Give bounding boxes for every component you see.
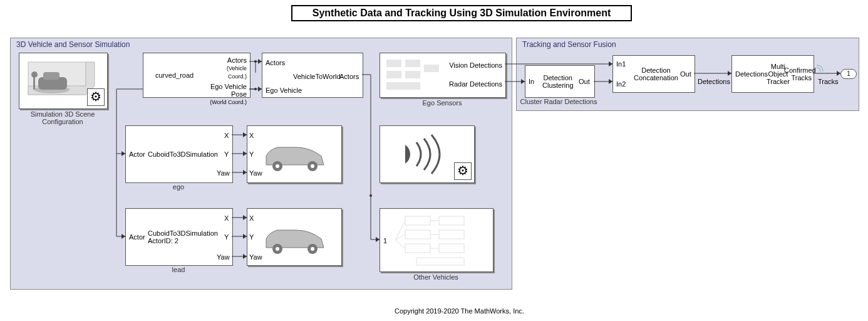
block-ego-sensors[interactable] [380,53,506,98]
v1-i1: X [249,132,254,139]
tracker-in: Detections [735,70,768,78]
subsystem-thumb-icon [380,209,493,271]
sensors-thumb-icon [380,53,449,97]
diagram-canvas: Synthetic Data and Tracking Using 3D Sim… [0,0,868,321]
copyright-text: Copyright 2019-2020 The MathWorks, Inc. [395,307,524,315]
svg-rect-27 [416,258,464,265]
other-in: 1 [383,237,387,245]
v2w-in-actors: Actors [266,59,285,66]
svg-rect-18 [405,71,420,78]
outport-tracks[interactable]: 1 [840,69,857,79]
lead-name: CuboidTo3DSimulationActorID: 2 [148,229,218,245]
svg-rect-23 [405,230,430,239]
v2-i2: Y [249,233,254,241]
port-ego-pose-out: Ego Vehicle Pose(World Coord.) [194,83,247,106]
svg-rect-3 [38,77,67,90]
svg-rect-16 [405,60,420,67]
svg-rect-22 [439,216,464,225]
ego-in: Actor [129,150,145,158]
v2-i3: Yaw [249,253,262,261]
concat-i1: In1 [616,60,626,68]
svg-rect-20 [386,82,420,90]
sub-label-right: Tracking and Sensor Fusion [522,40,616,49]
svg-point-11 [272,244,282,254]
lead-in: Actor [129,233,145,241]
cluster-name: Detection Clustering [542,74,574,89]
lead-o2: Y [224,233,229,241]
concat-out: Out [680,70,691,78]
sens-o2: Radar Detections [448,80,502,88]
v1-i3: Yaw [249,169,262,177]
diagram-title: Synthetic Data and Tracking Using 3D Sim… [291,5,632,21]
gear-icon: ⚙ [454,162,472,180]
lead-o1: X [224,214,229,222]
svg-point-8 [307,161,318,171]
svg-marker-1 [28,62,95,95]
svg-line-31 [395,221,405,240]
v2w-out: Actors [339,73,359,80]
concat-i2: In2 [616,80,626,88]
sub-label-left: 3D Vehicle and Sensor Simulation [16,40,130,49]
concat-name: Detection Concatenation [634,66,678,82]
v2-i1: X [249,214,254,222]
ego-o2: Y [224,150,229,158]
svg-rect-21 [405,216,430,225]
block-scene-config[interactable]: ⚙ [19,53,108,109]
svg-rect-15 [386,60,401,67]
other-label: Other Vehicles [386,273,486,281]
svg-point-5 [31,71,38,78]
block-radar-config[interactable]: ⚙ [380,125,475,183]
cluster-in: In [529,78,534,85]
svg-point-10 [311,164,314,168]
svg-point-2 [34,86,70,93]
svg-rect-4 [43,72,59,80]
ego-label: ego [125,183,232,191]
svg-rect-25 [405,244,430,253]
svg-point-13 [276,247,279,251]
lead-label: lead [125,266,232,273]
svg-rect-19 [424,65,439,72]
sig-detections: Detections [698,78,730,85]
block-other-vehicles[interactable] [380,208,493,272]
scene-config-label: Simulation 3D Scene Configuration [13,110,113,125]
cluster-out: Out [579,78,590,85]
scenario-name: curved_road [155,71,194,79]
ego-o1: X [224,132,229,139]
svg-point-14 [311,247,314,251]
svg-rect-17 [386,71,401,78]
v2w-name: VehicleToWorld [293,73,341,80]
svg-rect-26 [439,244,464,253]
v1-i2: Y [249,150,254,158]
svg-line-32 [395,234,405,240]
gear-icon: ⚙ [87,88,105,106]
cluster-label: Cluster Radar Detections [509,98,609,105]
ego-name: CuboidTo3DSimulation [148,150,218,158]
ego-o3: Yaw [217,169,230,177]
svg-point-9 [276,164,279,168]
outport-label: Tracks [818,78,839,85]
svg-rect-24 [439,230,464,239]
lead-o3: Yaw [217,253,230,261]
sens-o1: Vision Detections [448,61,502,69]
svg-point-12 [307,244,318,254]
v2w-in-ego: Ego Vehicle [266,87,302,94]
svg-rect-0 [28,62,86,95]
sensors-label: Ego Sensors [392,99,492,107]
port-actors-out: Actors(Vehicle Coord.) [225,56,247,80]
svg-point-7 [272,161,282,171]
svg-line-33 [395,240,405,248]
svg-rect-6 [33,75,35,90]
tracker-out: Confirmed Tracks [784,66,812,82]
